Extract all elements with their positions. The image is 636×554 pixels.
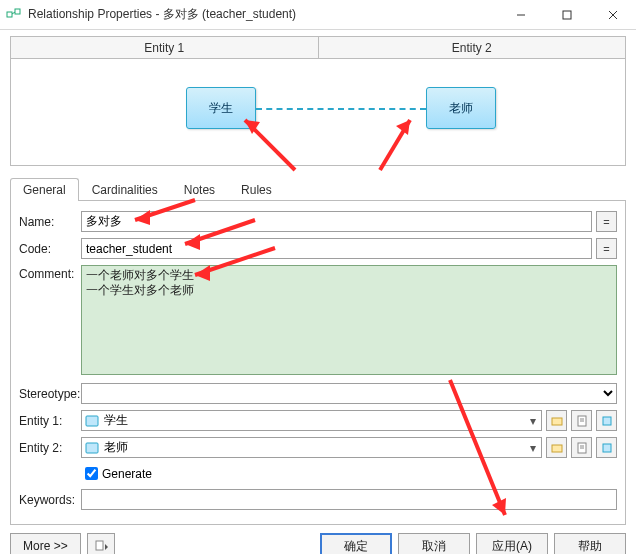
toolbar-menu-button[interactable] xyxy=(87,533,115,554)
keywords-input[interactable] xyxy=(81,489,617,510)
close-button[interactable] xyxy=(590,0,636,30)
code-input[interactable] xyxy=(81,238,592,259)
entity1-label: Entity 1: xyxy=(19,414,81,428)
minimize-button[interactable] xyxy=(498,0,544,30)
relationship-diagram: Entity 1 Entity 2 学生 老师 xyxy=(10,36,626,166)
relationship-link[interactable] xyxy=(256,108,426,110)
name-input[interactable] xyxy=(81,211,592,232)
maximize-button[interactable] xyxy=(544,0,590,30)
entity2-browse-button[interactable] xyxy=(546,437,567,458)
svg-rect-7 xyxy=(86,416,98,426)
entity1-select[interactable]: 学生 ▾ xyxy=(81,410,542,431)
entity1-new-button[interactable] xyxy=(596,410,617,431)
comment-label: Comment: xyxy=(19,265,81,281)
footer: More >> 确定 取消 应用(A) 帮助 xyxy=(0,525,636,554)
tab-cardinalities[interactable]: Cardinalities xyxy=(79,178,171,201)
generate-checkbox[interactable]: Generate xyxy=(81,464,152,483)
stereotype-label: Stereotype: xyxy=(19,387,81,401)
name-label: Name: xyxy=(19,215,81,229)
svg-marker-20 xyxy=(105,544,108,550)
tab-general[interactable]: General xyxy=(10,178,79,201)
svg-rect-19 xyxy=(96,541,103,550)
code-label: Code: xyxy=(19,242,81,256)
svg-rect-0 xyxy=(7,12,12,17)
chevron-down-icon: ▾ xyxy=(525,441,541,455)
window-title: Relationship Properties - 多对多 (teacher_s… xyxy=(28,6,498,23)
stereotype-select[interactable] xyxy=(81,383,617,404)
keywords-label: Keywords: xyxy=(19,493,81,507)
svg-rect-14 xyxy=(552,445,562,452)
entity1-browse-button[interactable] xyxy=(546,410,567,431)
tab-rules[interactable]: Rules xyxy=(228,178,285,201)
entity2-select[interactable]: 老师 ▾ xyxy=(81,437,542,458)
help-button[interactable]: 帮助 xyxy=(554,533,626,554)
entity1-header: Entity 1 xyxy=(11,37,319,59)
svg-rect-1 xyxy=(15,9,20,14)
entity2-props-button[interactable] xyxy=(571,437,592,458)
apply-button[interactable]: 应用(A) xyxy=(476,533,548,554)
svg-rect-12 xyxy=(603,417,611,425)
tab-notes[interactable]: Notes xyxy=(171,178,228,201)
general-panel: Name: = Code: = Comment: 一个老师对多个学生 一个学生对… xyxy=(10,201,626,525)
entity-icon xyxy=(84,440,100,456)
entity2-new-button[interactable] xyxy=(596,437,617,458)
ok-button[interactable]: 确定 xyxy=(320,533,392,554)
tab-bar: General Cardinalities Notes Rules xyxy=(10,178,626,201)
cancel-button[interactable]: 取消 xyxy=(398,533,470,554)
app-icon xyxy=(6,7,22,23)
entity2-node[interactable]: 老师 xyxy=(426,87,496,129)
entity1-node[interactable]: 学生 xyxy=(186,87,256,129)
svg-rect-18 xyxy=(603,444,611,452)
entity2-label: Entity 2: xyxy=(19,441,81,455)
comment-textarea[interactable]: 一个老师对多个学生 一个学生对多个老师 xyxy=(81,265,617,375)
svg-rect-8 xyxy=(552,418,562,425)
entity2-header: Entity 2 xyxy=(319,37,626,59)
svg-rect-13 xyxy=(86,443,98,453)
entity1-props-button[interactable] xyxy=(571,410,592,431)
entity-icon xyxy=(84,413,100,429)
titlebar: Relationship Properties - 多对多 (teacher_s… xyxy=(0,0,636,30)
chevron-down-icon: ▾ xyxy=(525,414,541,428)
more-button[interactable]: More >> xyxy=(10,533,81,554)
svg-rect-4 xyxy=(563,11,571,19)
name-equals-button[interactable]: = xyxy=(596,211,617,232)
code-equals-button[interactable]: = xyxy=(596,238,617,259)
